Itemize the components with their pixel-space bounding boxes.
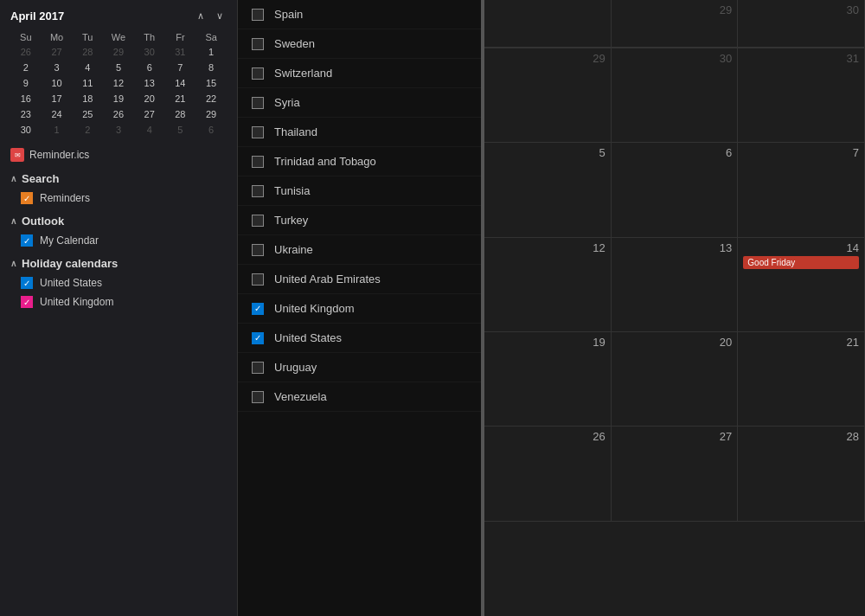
country-item[interactable]: Thailand xyxy=(238,118,481,147)
country-item[interactable]: Venezuela xyxy=(238,382,481,412)
mini-cal-day[interactable]: 18 xyxy=(72,91,103,106)
mini-cal-day[interactable]: 15 xyxy=(195,75,227,91)
mini-cal-day[interactable]: 3 xyxy=(103,122,134,138)
mini-cal-day[interactable]: 2 xyxy=(72,122,103,138)
mini-cal-day[interactable]: 30 xyxy=(10,122,42,138)
section-search[interactable]: ∧ Search xyxy=(0,165,237,189)
cal-next-btn[interactable]: ∨ xyxy=(213,9,227,23)
section-holiday[interactable]: ∧ Holiday calendars xyxy=(0,250,237,273)
mini-cal-day[interactable]: 9 xyxy=(10,75,42,91)
reminders-label: Reminders xyxy=(40,192,90,204)
country-item[interactable]: Turkey xyxy=(238,206,481,235)
mini-cal-day[interactable]: 2 xyxy=(10,60,42,75)
mini-cal-day[interactable]: 5 xyxy=(165,122,196,138)
cal-cell: 30 xyxy=(612,48,739,143)
country-checkbox[interactable] xyxy=(252,97,264,109)
mini-cal-day[interactable]: 27 xyxy=(42,44,73,60)
mini-cal-day[interactable]: 21 xyxy=(165,91,196,106)
mini-cal-day[interactable]: 22 xyxy=(195,91,227,106)
country-item[interactable]: Uruguay xyxy=(238,353,481,382)
country-checkbox[interactable] xyxy=(252,126,264,138)
mini-cal-day[interactable]: 31 xyxy=(165,44,196,60)
holiday-uk-checkbox[interactable] xyxy=(21,296,33,308)
mini-cal-day[interactable]: 23 xyxy=(10,106,42,122)
my-calendar-item[interactable]: My Calendar xyxy=(0,231,237,250)
country-checkbox[interactable] xyxy=(252,273,264,286)
mini-cal-day[interactable]: 17 xyxy=(42,91,73,106)
mini-cal-day[interactable]: 10 xyxy=(42,75,73,91)
holiday-us-checkbox[interactable] xyxy=(21,277,33,289)
mini-cal-day[interactable]: 5 xyxy=(103,60,134,75)
event-badge[interactable]: Good Friday xyxy=(743,256,859,269)
country-checkbox[interactable] xyxy=(252,303,264,315)
country-item[interactable]: United Arab Emirates xyxy=(238,265,481,294)
mini-cal-day[interactable]: 26 xyxy=(10,44,42,60)
mini-cal-day[interactable]: 25 xyxy=(72,106,103,122)
cal-cell: 21 xyxy=(738,332,865,427)
country-checkbox[interactable] xyxy=(252,391,264,403)
cal-cell: 13 xyxy=(612,238,739,332)
mini-cal-day[interactable]: 11 xyxy=(72,75,103,91)
mini-cal-day[interactable]: 20 xyxy=(134,91,165,106)
reminders-checkbox[interactable] xyxy=(21,192,33,204)
chevron-search: ∧ xyxy=(10,174,16,183)
cal-prev-btn[interactable]: ∧ xyxy=(194,9,208,23)
mini-cal-day[interactable]: 28 xyxy=(165,106,196,122)
cal-day-num: 20 xyxy=(617,336,733,349)
mini-cal-day[interactable]: 27 xyxy=(134,106,165,122)
mini-cal-day[interactable]: 6 xyxy=(134,60,165,75)
country-item[interactable]: Sweden xyxy=(238,29,481,59)
country-checkbox[interactable] xyxy=(252,156,264,168)
mini-cal-day[interactable]: 30 xyxy=(134,44,165,60)
mini-cal-day[interactable]: 12 xyxy=(103,75,134,91)
country-checkbox[interactable] xyxy=(252,215,264,227)
holiday-us-item[interactable]: United States xyxy=(0,273,237,292)
my-calendar-checkbox[interactable] xyxy=(21,234,33,247)
country-name: Switzerland xyxy=(274,67,332,80)
mini-cal-day[interactable]: 8 xyxy=(195,60,227,75)
country-checkbox[interactable] xyxy=(252,38,264,50)
mini-cal-day[interactable]: 24 xyxy=(42,106,73,122)
mini-cal-day[interactable]: 13 xyxy=(134,75,165,91)
country-name: United Kingdom xyxy=(274,302,355,315)
mini-cal-day[interactable]: 29 xyxy=(103,44,134,60)
country-checkbox[interactable] xyxy=(252,67,264,80)
country-item[interactable]: Trinidad and Tobago xyxy=(238,147,481,176)
country-checkbox[interactable] xyxy=(252,362,264,374)
country-checkbox[interactable] xyxy=(252,185,264,197)
mini-cal-day[interactable]: 6 xyxy=(195,122,227,138)
country-checkbox[interactable] xyxy=(252,244,264,256)
country-item[interactable]: Tunisia xyxy=(238,176,481,206)
mini-cal-day[interactable]: 3 xyxy=(42,60,73,75)
mini-cal-day[interactable]: 1 xyxy=(195,44,227,60)
country-name: Syria xyxy=(274,96,300,109)
country-checkbox[interactable] xyxy=(252,9,264,21)
cal-cell: 26 xyxy=(484,427,612,521)
file-item[interactable]: ✉ Reminder.ics xyxy=(0,144,237,165)
section-outlook[interactable]: ∧ Outlook xyxy=(0,208,237,231)
country-item[interactable]: Switzerland xyxy=(238,59,481,88)
country-item[interactable]: Ukraine xyxy=(238,235,481,265)
mini-cal-nav: ∧ ∨ xyxy=(194,9,227,23)
search-reminders-item[interactable]: Reminders xyxy=(0,189,237,208)
cal-cell: 27 xyxy=(612,427,739,521)
country-item[interactable]: United Kingdom xyxy=(238,294,481,324)
mini-cal-day[interactable]: 4 xyxy=(134,122,165,138)
mini-cal-day[interactable]: 28 xyxy=(72,44,103,60)
country-item[interactable]: Syria xyxy=(238,88,481,118)
mini-cal-day[interactable]: 26 xyxy=(103,106,134,122)
mini-cal-day[interactable]: 7 xyxy=(165,60,196,75)
holiday-uk-item[interactable]: United Kingdom xyxy=(0,292,237,311)
mini-cal-day[interactable]: 4 xyxy=(72,60,103,75)
mini-cal-day[interactable]: 19 xyxy=(103,91,134,106)
country-checkbox[interactable] xyxy=(252,332,264,344)
country-item[interactable]: United States xyxy=(238,324,481,353)
cal-weekday-sa: Sa xyxy=(195,30,227,44)
cal-day-num: 26 xyxy=(490,430,606,443)
mini-cal-day[interactable]: 16 xyxy=(10,91,42,106)
mini-cal-day[interactable]: 14 xyxy=(165,75,196,91)
cal-day-num: 7 xyxy=(743,146,859,159)
mini-cal-day[interactable]: 29 xyxy=(195,106,227,122)
country-item[interactable]: Spain xyxy=(238,0,481,29)
mini-cal-day[interactable]: 1 xyxy=(42,122,73,138)
